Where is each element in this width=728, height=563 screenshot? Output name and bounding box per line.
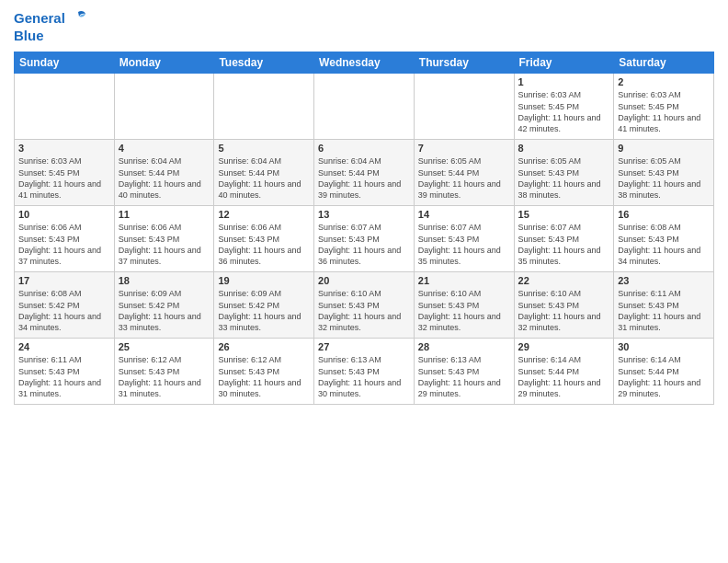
cell-day-number: 5 — [218, 143, 310, 154]
table-cell: 4Sunrise: 6:04 AM Sunset: 5:44 PM Daylig… — [114, 140, 214, 206]
cell-info: Sunrise: 6:14 AM Sunset: 5:44 PM Dayligh… — [618, 354, 710, 399]
cell-info: Sunrise: 6:06 AM Sunset: 5:43 PM Dayligh… — [119, 222, 210, 267]
cell-info: Sunrise: 6:08 AM Sunset: 5:43 PM Dayligh… — [618, 222, 710, 267]
table-cell: 30Sunrise: 6:14 AM Sunset: 5:44 PM Dayli… — [614, 339, 714, 405]
cell-day-number: 18 — [119, 275, 210, 286]
cell-info: Sunrise: 6:03 AM Sunset: 5:45 PM Dayligh… — [518, 89, 610, 134]
cell-info: Sunrise: 6:05 AM Sunset: 5:44 PM Dayligh… — [418, 155, 510, 201]
cell-info: Sunrise: 6:10 AM Sunset: 5:43 PM Dayligh… — [518, 288, 610, 333]
cell-day-number: 7 — [418, 143, 510, 154]
table-cell: 21Sunrise: 6:10 AM Sunset: 5:43 PM Dayli… — [414, 272, 514, 339]
calendar-header: SundayMondayTuesdayWednesdayThursdayFrid… — [15, 52, 714, 74]
table-cell: 22Sunrise: 6:10 AM Sunset: 5:43 PM Dayli… — [514, 272, 614, 339]
cell-day-number: 1 — [518, 76, 610, 87]
table-cell: 3Sunrise: 6:03 AM Sunset: 5:45 PM Daylig… — [15, 140, 115, 206]
cell-info: Sunrise: 6:06 AM Sunset: 5:43 PM Dayligh… — [218, 222, 310, 267]
cell-day-number: 29 — [518, 341, 610, 352]
cell-info: Sunrise: 6:14 AM Sunset: 5:44 PM Dayligh… — [518, 354, 610, 399]
cell-day-number: 15 — [518, 209, 610, 220]
cell-day-number: 28 — [418, 341, 510, 352]
cell-day-number: 13 — [318, 209, 410, 220]
cell-day-number: 22 — [518, 275, 610, 286]
cell-info: Sunrise: 6:10 AM Sunset: 5:43 PM Dayligh… — [418, 288, 510, 333]
cell-day-number: 27 — [318, 341, 410, 352]
table-cell: 26Sunrise: 6:12 AM Sunset: 5:43 PM Dayli… — [214, 339, 314, 405]
day-of-week-row: SundayMondayTuesdayWednesdayThursdayFrid… — [15, 52, 714, 74]
cell-day-number: 12 — [218, 209, 310, 220]
cell-day-number: 24 — [18, 341, 110, 352]
cell-day-number: 25 — [119, 341, 210, 352]
cell-day-number: 23 — [618, 275, 710, 286]
cell-info: Sunrise: 6:12 AM Sunset: 5:43 PM Dayligh… — [119, 354, 210, 399]
cell-info: Sunrise: 6:08 AM Sunset: 5:42 PM Dayligh… — [18, 288, 110, 333]
table-cell: 6Sunrise: 6:04 AM Sunset: 5:44 PM Daylig… — [314, 140, 415, 206]
cell-info: Sunrise: 6:13 AM Sunset: 5:43 PM Dayligh… — [318, 354, 410, 399]
cell-day-number: 14 — [418, 209, 510, 220]
cell-info: Sunrise: 6:04 AM Sunset: 5:44 PM Dayligh… — [218, 155, 310, 201]
week-row-4: 17Sunrise: 6:08 AM Sunset: 5:42 PM Dayli… — [15, 272, 714, 339]
table-cell: 16Sunrise: 6:08 AM Sunset: 5:43 PM Dayli… — [614, 206, 714, 272]
cell-info: Sunrise: 6:07 AM Sunset: 5:43 PM Dayligh… — [518, 222, 610, 267]
cell-info: Sunrise: 6:12 AM Sunset: 5:43 PM Dayligh… — [218, 354, 310, 399]
cell-day-number: 17 — [18, 275, 110, 286]
cell-day-number: 19 — [218, 275, 310, 286]
table-cell: 14Sunrise: 6:07 AM Sunset: 5:43 PM Dayli… — [414, 206, 514, 272]
table-cell: 17Sunrise: 6:08 AM Sunset: 5:42 PM Dayli… — [15, 272, 115, 339]
cell-day-number: 30 — [618, 341, 710, 352]
cell-day-number: 26 — [218, 341, 310, 352]
cell-day-number: 11 — [119, 209, 210, 220]
header-sunday: Sunday — [15, 52, 115, 74]
cell-day-number: 2 — [618, 76, 710, 87]
table-cell: 29Sunrise: 6:14 AM Sunset: 5:44 PM Dayli… — [514, 339, 614, 405]
table-cell — [314, 74, 415, 140]
table-cell: 27Sunrise: 6:13 AM Sunset: 5:43 PM Dayli… — [314, 339, 415, 405]
cell-day-number: 9 — [618, 143, 710, 154]
table-cell — [15, 74, 115, 140]
header-tuesday: Tuesday — [214, 52, 314, 74]
table-cell: 18Sunrise: 6:09 AM Sunset: 5:42 PM Dayli… — [114, 272, 214, 339]
cell-info: Sunrise: 6:04 AM Sunset: 5:44 PM Dayligh… — [318, 155, 410, 201]
table-cell: 15Sunrise: 6:07 AM Sunset: 5:43 PM Dayli… — [514, 206, 614, 272]
table-cell: 12Sunrise: 6:06 AM Sunset: 5:43 PM Dayli… — [214, 206, 314, 272]
cell-info: Sunrise: 6:11 AM Sunset: 5:43 PM Dayligh… — [18, 354, 110, 399]
table-cell: 11Sunrise: 6:06 AM Sunset: 5:43 PM Dayli… — [114, 206, 214, 272]
header-wednesday: Wednesday — [314, 52, 415, 74]
table-cell: 7Sunrise: 6:05 AM Sunset: 5:44 PM Daylig… — [414, 140, 514, 206]
table-cell: 28Sunrise: 6:13 AM Sunset: 5:43 PM Dayli… — [414, 339, 514, 405]
table-cell — [214, 74, 314, 140]
header-monday: Monday — [114, 52, 214, 74]
cell-day-number: 10 — [18, 209, 110, 220]
table-cell: 1Sunrise: 6:03 AM Sunset: 5:45 PM Daylig… — [514, 74, 614, 140]
header-friday: Friday — [514, 52, 614, 74]
cell-info: Sunrise: 6:10 AM Sunset: 5:43 PM Dayligh… — [318, 288, 410, 333]
page: General Blue SundayMondayTuesdayWednesda… — [0, 0, 728, 563]
table-cell: 25Sunrise: 6:12 AM Sunset: 5:43 PM Dayli… — [114, 339, 214, 405]
cell-day-number: 8 — [518, 143, 610, 154]
cell-info: Sunrise: 6:06 AM Sunset: 5:43 PM Dayligh… — [18, 222, 110, 267]
cell-info: Sunrise: 6:09 AM Sunset: 5:42 PM Dayligh… — [218, 288, 310, 333]
cell-day-number: 3 — [18, 143, 110, 154]
logo-content: General Blue — [14, 9, 86, 44]
cell-day-number: 4 — [119, 143, 210, 154]
week-row-5: 24Sunrise: 6:11 AM Sunset: 5:43 PM Dayli… — [15, 339, 714, 405]
table-cell: 24Sunrise: 6:11 AM Sunset: 5:43 PM Dayli… — [15, 339, 115, 405]
cell-info: Sunrise: 6:11 AM Sunset: 5:43 PM Dayligh… — [618, 288, 710, 333]
table-cell: 2Sunrise: 6:03 AM Sunset: 5:45 PM Daylig… — [614, 74, 714, 140]
table-cell: 19Sunrise: 6:09 AM Sunset: 5:42 PM Dayli… — [214, 272, 314, 339]
table-cell — [114, 74, 214, 140]
cell-info: Sunrise: 6:04 AM Sunset: 5:44 PM Dayligh… — [119, 155, 210, 201]
cell-info: Sunrise: 6:07 AM Sunset: 5:43 PM Dayligh… — [418, 222, 510, 267]
cell-info: Sunrise: 6:09 AM Sunset: 5:42 PM Dayligh… — [119, 288, 210, 333]
header-thursday: Thursday — [414, 52, 514, 74]
week-row-3: 10Sunrise: 6:06 AM Sunset: 5:43 PM Dayli… — [15, 206, 714, 272]
table-cell: 13Sunrise: 6:07 AM Sunset: 5:43 PM Dayli… — [314, 206, 415, 272]
header: General Blue — [14, 9, 714, 44]
table-cell: 9Sunrise: 6:05 AM Sunset: 5:43 PM Daylig… — [614, 140, 714, 206]
calendar-table: SundayMondayTuesdayWednesdayThursdayFrid… — [14, 52, 714, 405]
cell-day-number: 21 — [418, 275, 510, 286]
cell-info: Sunrise: 6:07 AM Sunset: 5:43 PM Dayligh… — [318, 222, 410, 267]
cell-day-number: 16 — [618, 209, 710, 220]
header-saturday: Saturday — [614, 52, 714, 74]
table-cell: 10Sunrise: 6:06 AM Sunset: 5:43 PM Dayli… — [15, 206, 115, 272]
cell-info: Sunrise: 6:03 AM Sunset: 5:45 PM Dayligh… — [18, 155, 110, 201]
